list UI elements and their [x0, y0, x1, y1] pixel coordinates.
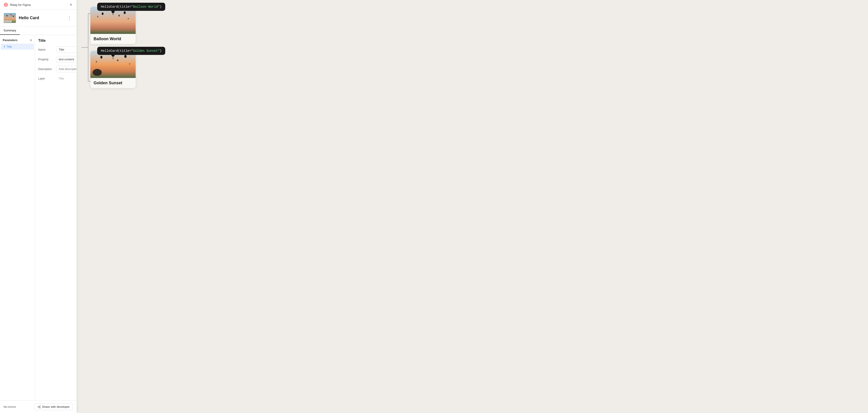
- detail-title: Title: [38, 39, 46, 43]
- svg-line-5: [38, 407, 39, 408]
- card-1-tooltip: HelloCard(title="Balloon World"): [97, 3, 165, 11]
- layer-field-row: Layer Title ⊕: [38, 75, 76, 82]
- card-1-image: [90, 7, 135, 34]
- parameters-header: Parameters +: [0, 37, 35, 43]
- property-select[interactable]: text-content visible fill: [56, 56, 76, 63]
- tooltip-2-value: "Golden Sunset": [131, 49, 160, 53]
- card-2: Golden Sunset: [90, 51, 135, 88]
- sidebar-item-title[interactable]: T Title: [1, 43, 34, 50]
- card-1: Balloon World: [90, 7, 135, 44]
- property-field-row: Property text-content visible fill ▾: [38, 56, 76, 63]
- tab-summary[interactable]: Summary: [0, 26, 20, 35]
- svg-line-4: [38, 406, 39, 407]
- header-left: Relay for Figma: [4, 2, 31, 7]
- app-name: Relay for Figma: [10, 3, 31, 6]
- tooltip-1-suffix: ): [160, 5, 161, 8]
- kebab-menu-button[interactable]: ⋮: [66, 15, 73, 21]
- description-input[interactable]: [56, 66, 76, 72]
- sidebar-item-label: Title: [6, 45, 12, 49]
- card-2-tooltip: HelloCard(title="Golden Sunset"): [97, 47, 165, 55]
- bracket-connector: [81, 4, 90, 90]
- layer-label: Layer: [38, 77, 55, 80]
- panel-content: Parameters + T Title Title 🗑 Name Proper…: [0, 35, 76, 400]
- panel-footer: No errors Share with developer: [0, 400, 76, 413]
- description-field-row: Description: [38, 66, 76, 72]
- cards-column: HelloCard(title="Balloon World"): [90, 7, 135, 88]
- description-label: Description: [38, 68, 55, 71]
- name-label: Name: [38, 48, 55, 51]
- card-2-image-bg: [90, 51, 135, 78]
- tooltip-1-prefix: HelloCard(title=: [101, 5, 131, 8]
- property-select-wrapper: text-content visible fill ▾: [56, 56, 76, 63]
- share-button[interactable]: Share with developer: [34, 403, 73, 410]
- close-button[interactable]: ×: [69, 2, 73, 7]
- component-thumbnail: 🎈 ⬤ ⬤ Hello World: [4, 13, 16, 23]
- add-parameter-button[interactable]: +: [30, 38, 32, 42]
- card-2-image: [90, 51, 135, 78]
- tooltip-2-suffix: ): [160, 49, 161, 53]
- card-1-image-bg: [90, 7, 135, 34]
- tooltip-2-prefix: HelloCard(title=: [101, 49, 131, 53]
- panel-sidebar: Parameters + T Title: [0, 35, 35, 400]
- left-panel: Relay for Figma × 🎈 ⬤ ⬤ Hello World Hell…: [0, 0, 77, 413]
- share-icon: [37, 405, 41, 409]
- svg-point-3: [38, 407, 38, 407]
- card-1-title: Balloon World: [94, 37, 132, 41]
- panel-header: Relay for Figma ×: [0, 0, 76, 10]
- panel-detail: Title 🗑 Name Property text-content visib…: [35, 35, 76, 400]
- layer-value: Title: [56, 75, 76, 82]
- card-1-body: Balloon World: [90, 34, 135, 44]
- detail-header: Title 🗑: [38, 38, 76, 43]
- property-label: Property: [38, 58, 55, 61]
- svg-point-1: [39, 406, 40, 406]
- card-1-wrapper: HelloCard(title="Balloon World"): [90, 7, 135, 44]
- panel-tabs: Summary: [0, 26, 76, 35]
- card-2-title: Golden Sunset: [94, 81, 132, 86]
- text-type-icon: T: [4, 45, 5, 48]
- share-label: Share with developer: [42, 405, 70, 409]
- parameters-label: Parameters: [3, 39, 18, 42]
- component-header-left: 🎈 ⬤ ⬤ Hello World Hello Card: [4, 13, 39, 23]
- tooltip-1-value: "Balloon World": [131, 5, 160, 8]
- right-section: HelloCard(title="Balloon World"): [77, 0, 868, 95]
- thumbnail-label: Hello World: [4, 21, 11, 22]
- component-header: 🎈 ⬤ ⬤ Hello World Hello Card ⋮: [0, 10, 76, 26]
- name-input[interactable]: [56, 46, 76, 53]
- status-badge: No errors: [4, 405, 16, 409]
- relay-logo-icon: [4, 2, 8, 7]
- card-2-body: Golden Sunset: [90, 78, 135, 88]
- component-title: Hello Card: [19, 15, 39, 20]
- svg-point-2: [39, 407, 40, 408]
- name-field-row: Name: [38, 46, 76, 53]
- card-2-wrapper: HelloCard(title="Golden Sunset"): [90, 51, 135, 88]
